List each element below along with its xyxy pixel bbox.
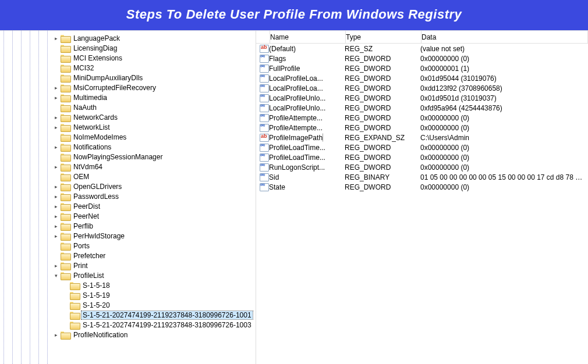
value-type: REG_DWORD bbox=[345, 163, 420, 172]
value-row[interactable]: FlagsREG_DWORD0x00000000 (0) bbox=[256, 53, 588, 63]
value-type: REG_EXPAND_SZ bbox=[345, 134, 420, 142]
value-type: REG_DWORD bbox=[345, 65, 420, 73]
value-row[interactable]: StateREG_DWORD0x00000000 (0) bbox=[256, 182, 588, 192]
tree-item-label: Print bbox=[72, 262, 89, 270]
tree-item[interactable]: ▸NetworkCards bbox=[52, 112, 253, 122]
tree-item-label: ProfileList bbox=[72, 272, 105, 280]
values-header[interactable]: Name Type Data bbox=[256, 31, 588, 44]
value-name: ProfileAttempte... bbox=[269, 124, 345, 132]
folder-icon bbox=[61, 163, 70, 170]
value-row[interactable]: ProfileLoadTime...REG_DWORD0x00000000 (0… bbox=[256, 142, 588, 152]
tree-item-label: PasswordLess bbox=[72, 192, 120, 201]
tree-item-label: Ports bbox=[72, 242, 91, 250]
tree-item[interactable]: ▸NaAuth bbox=[52, 102, 253, 112]
tree-item-label: OpenGLDrivers bbox=[72, 183, 123, 191]
tree-item[interactable]: ▸NetworkList bbox=[52, 122, 253, 132]
value-row[interactable]: LocalProfileUnlo...REG_DWORD0xfd95a964 (… bbox=[256, 103, 588, 113]
tree-item[interactable]: ▸S-1-5-18 bbox=[52, 280, 253, 290]
dword-value-icon bbox=[260, 124, 269, 132]
value-type: REG_DWORD bbox=[345, 144, 420, 152]
dword-value-icon bbox=[260, 65, 269, 73]
tree-item[interactable]: ▸S-1-5-20 bbox=[52, 300, 253, 310]
column-header-data[interactable]: Data bbox=[421, 31, 588, 43]
tree-item[interactable]: ▸S-1-5-21-2027474199-2119237848-31809967… bbox=[52, 320, 253, 330]
value-data: 0x00000000 (0) bbox=[420, 154, 588, 162]
column-header-name[interactable]: Name bbox=[270, 31, 346, 43]
value-row[interactable]: ProfileLoadTime...REG_DWORD0x00000000 (0… bbox=[256, 152, 588, 162]
value-row[interactable]: SidREG_BINARY01 05 00 00 00 00 00 05 15 … bbox=[256, 172, 588, 182]
tree-item-label: S-1-5-18 bbox=[82, 281, 111, 290]
dword-value-icon bbox=[260, 94, 269, 102]
folder-icon bbox=[70, 301, 79, 309]
tree-item[interactable]: ▸Notifications bbox=[52, 142, 253, 152]
tree-item[interactable]: ▸LanguagePack bbox=[52, 33, 253, 43]
value-type: REG_DWORD bbox=[345, 154, 420, 162]
folder-icon bbox=[61, 262, 70, 269]
binary-value-icon bbox=[260, 173, 269, 181]
tree-item-label: Multimedia bbox=[72, 94, 108, 102]
tree-item[interactable]: ▸NowPlayingSessionManager bbox=[52, 152, 253, 162]
registry-tree[interactable]: ▸LanguagePack▸LicensingDiag▸MCI Extensio… bbox=[52, 33, 256, 340]
tree-item[interactable]: ▸Perflib bbox=[52, 221, 253, 231]
value-type: REG_DWORD bbox=[345, 55, 420, 63]
value-row[interactable]: ProfileAttempte...REG_DWORD0x00000000 (0… bbox=[256, 123, 588, 133]
folder-icon bbox=[61, 113, 70, 121]
value-row[interactable]: FullProfileREG_DWORD0x00000001 (1) bbox=[256, 63, 588, 73]
value-row[interactable]: (Default)REG_SZ(value not set) bbox=[256, 44, 588, 53]
tree-item[interactable]: ▸PasswordLess bbox=[52, 191, 253, 201]
value-data: 0x00000000 (0) bbox=[420, 114, 588, 122]
value-row[interactable]: LocalProfileLoa...REG_DWORD0xdd123f92 (3… bbox=[256, 83, 588, 93]
tree-item[interactable]: ▸ProfileNotification bbox=[52, 330, 253, 340]
registry-values-panel[interactable]: Name Type Data (Default)REG_SZ(value not… bbox=[256, 31, 588, 364]
tree-item[interactable]: ▸NoImeModeImes bbox=[52, 132, 253, 142]
value-row[interactable]: ProfileAttempte...REG_DWORD0x00000000 (0… bbox=[256, 113, 588, 123]
tree-item[interactable]: ▸PeerNet bbox=[52, 211, 253, 221]
tree-item[interactable]: ▸S-1-5-19 bbox=[52, 290, 253, 300]
tree-ancestor-guides bbox=[0, 31, 56, 364]
tree-item-label: NtVdm64 bbox=[72, 163, 104, 171]
tree-item[interactable]: ▸LicensingDiag bbox=[52, 43, 253, 53]
value-data: 0x00000000 (0) bbox=[420, 124, 588, 132]
folder-icon bbox=[61, 173, 70, 180]
value-row[interactable]: RunLogonScript...REG_DWORD0x00000000 (0) bbox=[256, 162, 588, 172]
tree-item[interactable]: ▸MiniDumpAuxiliaryDlls bbox=[52, 73, 253, 83]
tree-item[interactable]: ▸Multimedia bbox=[52, 92, 253, 102]
folder-icon bbox=[70, 311, 79, 319]
tree-item[interactable]: ▸Print bbox=[52, 260, 253, 270]
tree-item[interactable]: ▸OEM bbox=[52, 172, 253, 181]
tree-item[interactable]: ▸S-1-5-21-2027474199-2119237848-31809967… bbox=[52, 310, 253, 320]
value-name: State bbox=[269, 183, 345, 191]
dword-value-icon bbox=[260, 84, 269, 92]
value-data: 0xfd95a964 (4254443876) bbox=[420, 104, 588, 112]
string-value-icon bbox=[260, 45, 269, 53]
tree-item[interactable]: ▸OpenGLDrivers bbox=[52, 181, 253, 191]
tree-item-label: LanguagePack bbox=[72, 34, 121, 42]
value-type: REG_DWORD bbox=[345, 94, 420, 102]
value-row[interactable]: LocalProfileUnlo...REG_DWORD0x01d9501d (… bbox=[256, 93, 588, 103]
value-name: Flags bbox=[269, 55, 345, 63]
dword-value-icon bbox=[260, 74, 269, 83]
tree-item[interactable]: ▾ProfileList bbox=[52, 270, 253, 280]
tree-item[interactable]: ▸NtVdm64 bbox=[52, 162, 253, 172]
folder-icon bbox=[61, 133, 70, 141]
folder-icon bbox=[70, 281, 79, 289]
tree-item[interactable]: ▸MCI32 bbox=[52, 63, 253, 73]
tree-item-label: S-1-5-21-2027474199-2119237848-318099672… bbox=[82, 311, 253, 319]
tree-item[interactable]: ▸MCI Extensions bbox=[52, 53, 253, 63]
tree-item[interactable]: ▸PeerDist bbox=[52, 201, 253, 211]
folder-icon bbox=[70, 291, 79, 299]
tree-item-label: Prefetcher bbox=[72, 252, 107, 260]
registry-tree-panel[interactable]: ▸LanguagePack▸LicensingDiag▸MCI Extensio… bbox=[0, 31, 256, 364]
column-header-type[interactable]: Type bbox=[346, 31, 421, 43]
tree-item[interactable]: ▸PerHwIdStorage bbox=[52, 231, 253, 241]
folder-icon bbox=[61, 222, 70, 230]
folder-icon bbox=[61, 183, 70, 190]
value-row[interactable]: ProfileImagePathREG_EXPAND_SZC:\Users\Ad… bbox=[256, 133, 588, 142]
values-list[interactable]: (Default)REG_SZ(value not set)FlagsREG_D… bbox=[256, 44, 588, 192]
tree-item-label: PeerNet bbox=[72, 212, 100, 220]
value-type: REG_DWORD bbox=[345, 183, 420, 191]
value-row[interactable]: LocalProfileLoa...REG_DWORD0x01d95044 (3… bbox=[256, 73, 588, 83]
tree-item[interactable]: ▸Ports bbox=[52, 241, 253, 251]
tree-item[interactable]: ▸MsiCorruptedFileRecovery bbox=[52, 83, 253, 92]
tree-item[interactable]: ▸Prefetcher bbox=[52, 251, 253, 260]
